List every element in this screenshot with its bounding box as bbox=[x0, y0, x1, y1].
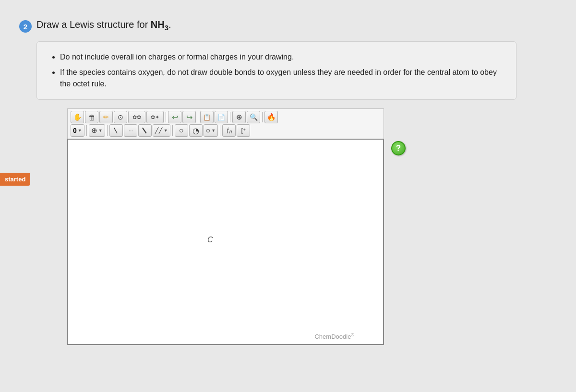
atom-select-btn[interactable]: ✿✿ bbox=[128, 111, 145, 123]
fn-icon: ƒn bbox=[226, 127, 232, 134]
atom-select-icon: ✿✿ bbox=[132, 114, 141, 120]
title-suffix: . bbox=[168, 19, 171, 30]
formula: NH bbox=[151, 19, 165, 30]
help-button[interactable]: ? bbox=[391, 141, 406, 155]
instructions-box: Do not include overall ion charges or fo… bbox=[36, 41, 516, 100]
circle-half-btn[interactable]: ◔ bbox=[189, 124, 203, 137]
separator-3 bbox=[230, 112, 230, 122]
add-atom-dropdown[interactable]: ⊕ ▼ bbox=[89, 124, 105, 137]
circle-empty-btn[interactable]: ○ bbox=[175, 124, 188, 137]
undo-btn[interactable]: ↩ bbox=[168, 111, 181, 123]
bold-bond-icon: / bbox=[140, 126, 149, 135]
dashed-bond-icon: · · · bbox=[129, 127, 132, 134]
zoom-out-icon: 🔍 bbox=[250, 113, 258, 121]
eraser-icon: 🗑 bbox=[88, 113, 96, 121]
color-picker-icon: 🔥 bbox=[267, 113, 276, 121]
toolbar-container: ✋ 🗑 ✏ ⊙ ✿✿ ✿✦ ↩ bbox=[67, 108, 384, 139]
bold-bond-btn[interactable]: / bbox=[138, 124, 152, 137]
instruction-item-1: Do not include overall ion charges or fo… bbox=[60, 51, 503, 63]
copy-btn[interactable]: 📄 bbox=[215, 111, 228, 123]
pencil-icon: ✏ bbox=[103, 113, 109, 121]
separator-4 bbox=[262, 112, 263, 122]
question-header: 2 Draw a Lewis structure for NH3. bbox=[19, 19, 557, 33]
help-icon: ? bbox=[396, 143, 401, 153]
single-bond-icon: / bbox=[111, 126, 120, 135]
zero-dropdown[interactable]: 0 ▼ bbox=[71, 124, 84, 137]
bond-select-btn[interactable]: ✿✦ bbox=[146, 111, 164, 123]
pencil-tool-btn[interactable]: ✏ bbox=[99, 111, 113, 123]
hand-tool-btn[interactable]: ✋ bbox=[71, 111, 84, 123]
instructions-list: Do not include overall ion charges or fo… bbox=[50, 51, 503, 90]
double-bond-icon: ╱╱ bbox=[155, 127, 163, 134]
paste-icon: 📋 bbox=[203, 114, 211, 121]
step-badge: 2 bbox=[19, 20, 32, 33]
add-atom-icon: ⊕ bbox=[91, 126, 97, 135]
redo-btn[interactable]: ↪ bbox=[182, 111, 196, 123]
question-title: Draw a Lewis structure for NH3. bbox=[36, 19, 171, 32]
bond-dropdown-arrow: ▼ bbox=[164, 128, 168, 133]
circle-full-icon: ○ bbox=[206, 126, 211, 135]
separator-2 bbox=[198, 112, 198, 122]
separator-r2-2 bbox=[107, 125, 108, 136]
double-bond-dropdown[interactable]: ╱╱ ▼ bbox=[153, 124, 170, 137]
separator-r2-3 bbox=[172, 125, 173, 136]
zoom-in-icon: ⊕ bbox=[236, 113, 242, 121]
bond-select-icon: ✿✦ bbox=[151, 114, 159, 120]
separator-r2-4 bbox=[220, 125, 220, 136]
chemdoodle-area: ✋ 🗑 ✏ ⊙ ✿✿ ✿✦ ↩ bbox=[19, 108, 557, 345]
color-picker-btn[interactable]: 🔥 bbox=[264, 111, 278, 123]
fn-btn[interactable]: ƒn bbox=[222, 124, 236, 137]
zero-dropdown-arrow: ▼ bbox=[78, 128, 82, 133]
ring-tool-btn[interactable]: ⊙ bbox=[114, 111, 127, 123]
redo-icon: ↪ bbox=[186, 113, 192, 122]
zoom-in-btn[interactable]: ⊕ bbox=[232, 111, 246, 123]
circle-empty-icon: ○ bbox=[179, 126, 184, 135]
instruction-item-2: If the species contains oxygen, do not d… bbox=[60, 67, 503, 90]
circle-full-dropdown[interactable]: ○ ▼ bbox=[204, 124, 218, 137]
canvas-atom-label: C bbox=[207, 236, 213, 244]
zoom-out-btn[interactable]: 🔍 bbox=[247, 111, 260, 123]
circle-arrow: ▼ bbox=[211, 128, 216, 133]
copy-icon: 📄 bbox=[217, 114, 225, 121]
canvas-wrapper: C ChemDoodle® ? bbox=[67, 139, 384, 345]
bracket-btn[interactable]: [⁺ bbox=[237, 124, 250, 137]
separator-1 bbox=[166, 112, 166, 122]
add-atom-arrow: ▼ bbox=[98, 128, 103, 133]
single-bond-btn[interactable]: / bbox=[109, 124, 123, 137]
undo-icon: ↩ bbox=[172, 113, 178, 122]
page-container: started 2 Draw a Lewis structure for NH3… bbox=[0, 10, 576, 355]
toolbar-row-2: 0 ▼ ⊕ ▼ / · · · / ╱╱ bbox=[71, 124, 381, 137]
bracket-icon: [⁺ bbox=[241, 127, 245, 134]
dashed-bond-btn[interactable]: · · · bbox=[124, 124, 137, 137]
paste-btn[interactable]: 📋 bbox=[200, 111, 214, 123]
formula-sub: 3 bbox=[165, 24, 168, 32]
circle-half-icon: ◔ bbox=[192, 126, 199, 135]
separator-r2-1 bbox=[86, 125, 87, 136]
drawing-canvas[interactable]: C ChemDoodle® bbox=[67, 139, 384, 345]
zero-label: 0 bbox=[73, 127, 77, 134]
hand-icon: ✋ bbox=[73, 113, 82, 121]
ring-icon: ⊙ bbox=[118, 113, 123, 121]
eraser-tool-btn[interactable]: 🗑 bbox=[85, 111, 98, 123]
title-prefix: Draw a Lewis structure for bbox=[36, 19, 151, 30]
toolbar-row-1: ✋ 🗑 ✏ ⊙ ✿✿ ✿✦ ↩ bbox=[71, 111, 381, 123]
chemdoodle-watermark: ChemDoodle® bbox=[314, 333, 354, 340]
